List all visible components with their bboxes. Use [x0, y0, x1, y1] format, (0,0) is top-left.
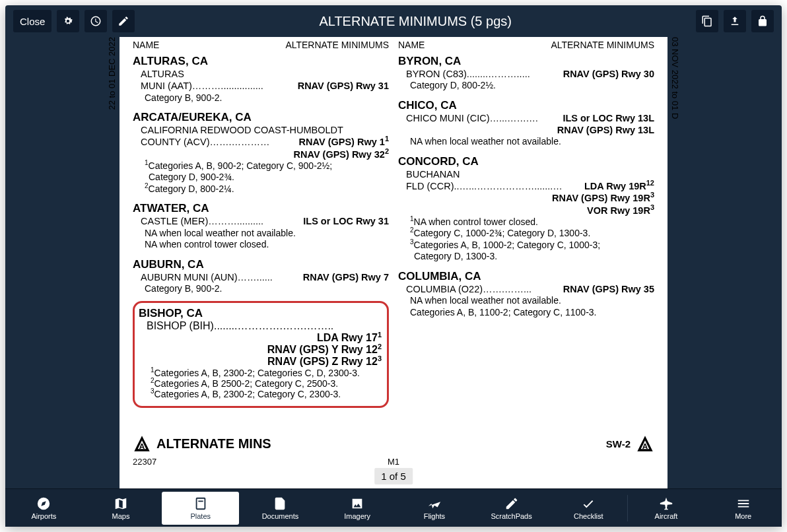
- runway-approach: LDA Rwy 19R12: [584, 180, 654, 192]
- alternate-mins-label: ALTERNATE MINS: [156, 436, 271, 451]
- triangle-a-icon: A: [636, 434, 654, 453]
- minimums-note: 2Category D, 800-2¼.: [133, 183, 389, 195]
- svg-text:A: A: [642, 442, 648, 451]
- minimums-note: Category B, 900-2.: [133, 92, 389, 104]
- minimums-note: NA when control tower closed.: [133, 239, 389, 251]
- col-header-name: NAME: [133, 40, 159, 50]
- airport-name: CALIFORNIA REDWOOD COAST-HUMBOLDT: [133, 124, 389, 136]
- nav-aircraft[interactable]: Aircraft: [628, 489, 705, 527]
- col-header-altmin: ALTERNATE MINIMUMS: [285, 40, 389, 50]
- minimums-note: 2Categories A, B 2500-2; Category C, 250…: [139, 378, 382, 389]
- runway-approach: LDA Rwy 171: [317, 332, 382, 344]
- pencil-icon: [504, 496, 519, 511]
- close-button[interactable]: Close: [13, 10, 51, 32]
- runway-approach: RNAV (GPS) Z Rwy 123: [139, 356, 382, 368]
- nav-documents[interactable]: Documents: [242, 489, 319, 527]
- nav-checklist[interactable]: Checklist: [550, 489, 627, 527]
- runway-approach: RNAV (GPS) Rwy 31: [298, 80, 389, 92]
- clock-icon: [90, 15, 102, 27]
- nav-more[interactable]: More: [704, 489, 782, 527]
- minimums-note: Categories A, B, 1100-2; Category C, 110…: [398, 307, 654, 319]
- effective-date-right: 03 NOV 2022 to 01 D: [670, 37, 680, 119]
- bottom-nav: Airports Maps Plates Documents Imagery F…: [5, 488, 782, 527]
- document-page: 22 to 01 DEC 2022 03 NOV 2022 to 01 D NA…: [120, 37, 667, 488]
- page-code: M1: [388, 457, 399, 467]
- nav-airports[interactable]: Airports: [5, 489, 83, 527]
- minimums-note: Category D, 800-2½.: [398, 80, 654, 92]
- city-heading: BISHOP, CA: [139, 307, 382, 320]
- city-heading: ALTURAS, CA: [133, 54, 389, 68]
- share-icon: [729, 15, 741, 27]
- compass-icon: [36, 496, 51, 511]
- page-indicator: 1 of 5: [374, 468, 413, 484]
- city-heading: CHICO, CA: [398, 98, 654, 112]
- aircraft-icon: [659, 496, 673, 511]
- pencil-icon: [118, 15, 129, 27]
- city-heading: AUBURN, CA: [133, 257, 389, 271]
- minimums-note: NA when local weather not available.: [398, 136, 654, 148]
- minimums-note: NA when local weather not available.: [398, 295, 654, 307]
- minimums-note: Category D, 1300-3.: [398, 251, 654, 263]
- minimums-note: 1Categories A, B, 2300-2; Categories C, …: [139, 368, 382, 378]
- copy-button[interactable]: [696, 10, 718, 32]
- check-icon: [581, 496, 596, 511]
- imagery-icon: [350, 496, 364, 511]
- map-icon: [114, 496, 128, 511]
- app-window: Close ALTERNATE MINIMUMS (5 pgs): [5, 5, 782, 527]
- svg-text:A: A: [139, 442, 145, 451]
- top-toolbar: Close ALTERNATE MINIMUMS (5 pgs): [5, 5, 782, 37]
- minimums-note: NA when local weather not available.: [133, 228, 389, 240]
- effective-date-left: 22 to 01 DEC 2022: [107, 37, 117, 110]
- gear-icon: [62, 15, 74, 27]
- runway-approach: RNAV (GPS) Rwy 11: [299, 136, 389, 148]
- city-heading: ARCATA/EUREKA, CA: [133, 110, 389, 124]
- city-heading: BYRON, CA: [398, 54, 654, 68]
- lock-button[interactable]: [751, 10, 774, 32]
- minimums-note: 3Categories A, B, 1000-2; Category C, 10…: [398, 240, 654, 251]
- nav-scratchpads[interactable]: ScratchPads: [473, 489, 550, 527]
- copy-icon: [701, 15, 713, 27]
- minimums-note: 3Categories A, B, 2300-2; Category C, 23…: [139, 389, 382, 399]
- triangle-a-icon: A: [133, 434, 151, 453]
- runway-approach: ILS or LOC Rwy 13L: [563, 112, 654, 124]
- document-icon: [273, 496, 287, 511]
- nav-plates[interactable]: Plates: [162, 492, 239, 525]
- runway-approach: VOR Rwy 19R3: [398, 205, 654, 216]
- history-button[interactable]: [85, 10, 107, 32]
- page-title: ALTERNATE MINIMUMS (5 pgs): [140, 14, 691, 29]
- col-header-name: NAME: [398, 40, 425, 50]
- minimums-note: Category D, 900-2¾.: [133, 172, 389, 183]
- plate-icon: [193, 496, 208, 511]
- minimums-note: Category B, 900-2.: [133, 283, 389, 295]
- city-heading: ATWATER, CA: [133, 201, 389, 215]
- runway-approach: RNAV (GPS) Rwy 7: [303, 271, 389, 283]
- runway-approach: RNAV (GPS) Rwy 35: [563, 283, 654, 295]
- edit-button[interactable]: [112, 10, 135, 32]
- runway-approach: RNAV (GPS) Rwy 322: [133, 149, 389, 160]
- runway-approach: RNAV (GPS) Y Rwy 122: [139, 344, 382, 356]
- minimums-note: 2Category C, 1000-2¾; Category D, 1300-3…: [398, 228, 654, 240]
- flights-icon: [427, 496, 442, 511]
- runway-approach: RNAV (GPS) Rwy 13L: [398, 124, 654, 136]
- menu-icon: [736, 496, 751, 511]
- lock-icon: [757, 15, 769, 27]
- nav-maps[interactable]: Maps: [83, 489, 160, 527]
- city-heading: COLUMBIA, CA: [398, 269, 654, 283]
- region-code: SW-2: [606, 438, 631, 449]
- nav-flights[interactable]: Flights: [396, 489, 473, 527]
- col-header-altmin: ALTERNATE MINIMUMS: [551, 40, 654, 50]
- document-viewport[interactable]: 22 to 01 DEC 2022 03 NOV 2022 to 01 D NA…: [5, 37, 782, 488]
- settings-button[interactable]: [57, 10, 79, 32]
- airport-name: BUCHANAN: [398, 168, 654, 180]
- runway-approach: ILS or LOC Rwy 31: [303, 215, 389, 227]
- doc-number: 22307: [133, 457, 156, 467]
- minimums-note: 1Categories A, B, 900-2; Category C, 900…: [133, 160, 389, 172]
- nav-imagery[interactable]: Imagery: [319, 489, 396, 527]
- runway-approach: RNAV (GPS) Rwy 19R3: [398, 192, 654, 204]
- share-button[interactable]: [724, 10, 746, 32]
- minimums-note: 1NA when control tower closed.: [398, 216, 654, 228]
- runway-approach: RNAV (GPS) Rwy 30: [563, 68, 654, 80]
- city-heading: CONCORD, CA: [398, 154, 654, 168]
- highlighted-entry: BISHOP, CA BISHOP (BIH)........………….…….……: [133, 301, 389, 408]
- airport-name: ALTURAS: [133, 68, 389, 80]
